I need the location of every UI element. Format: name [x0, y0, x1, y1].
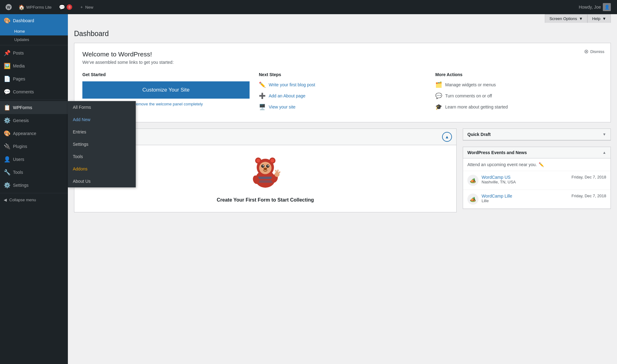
sidebar-label-appearance: Appearance [13, 131, 36, 136]
get-started-title: Get Started [82, 72, 250, 77]
wpforms-submenu: All Forms Add New Entries Settings Tools… [68, 101, 136, 187]
sidebar-item-plugins[interactable]: 🔌 Plugins [0, 140, 68, 153]
sidebar-item-genesis[interactable]: ⚙️ Genesis [0, 114, 68, 127]
sidebar-item-wpforms[interactable]: 📋 WPForms [0, 101, 68, 114]
sidebar-item-appearance[interactable]: 🎨 Appearance [0, 127, 68, 140]
svg-text:W: W [7, 5, 10, 10]
sidebar-label-media: Media [13, 63, 25, 68]
write-post-link[interactable]: Write your first blog post [269, 82, 315, 87]
event-location-1: Nashville, TN, USA [482, 180, 569, 184]
sidebar-item-users[interactable]: 👤 Users [0, 153, 68, 166]
welcome-title: Welcome to WordPress! [82, 51, 603, 58]
sidebar-item-comments[interactable]: 💬 Comments [0, 85, 68, 98]
genesis-icon: ⚙️ [4, 117, 10, 124]
event-name-2[interactable]: WordCamp Lille [482, 194, 569, 198]
submenu-item-entries[interactable]: Entries [68, 126, 136, 138]
new-label: New [85, 5, 93, 10]
svg-line-20 [278, 170, 278, 172]
add-page-icon: ➕ [259, 92, 266, 99]
new-icon: ＋ [80, 4, 84, 10]
page-title: Dashboard [74, 30, 611, 38]
adminbar-comments[interactable]: 💬 0 [56, 0, 75, 14]
sidebar-label-posts: Posts [13, 51, 24, 55]
screen-options-button[interactable]: Screen Options ▼ [545, 14, 587, 23]
customize-site-label: Customize Your Site [142, 87, 189, 93]
remove-welcome-link[interactable]: remove the welcome panel completely [135, 102, 203, 106]
site-name: WPForms Lite [26, 5, 52, 10]
collapse-menu[interactable]: ◀ Collapse menu [0, 194, 68, 205]
svg-line-21 [279, 172, 280, 173]
home-icon: 🏠 [19, 4, 25, 10]
event-info-2: WordCamp Lille Lille [482, 194, 569, 203]
sidebar-label-tools: Tools [13, 170, 23, 175]
media-icon: 🖼️ [4, 63, 10, 69]
plugins-icon: 🔌 [4, 143, 10, 150]
quick-draft-widget: Quick Draft ▼ [463, 129, 611, 141]
sidebar-label-pages: Pages [13, 76, 25, 81]
events-widget-header[interactable]: WordPress Events and News ▲ [463, 147, 611, 158]
sidebar-item-dashboard[interactable]: 🎨 Dashboard [0, 14, 68, 27]
next-steps-title: Next Steps [259, 72, 426, 77]
collapse-arrow-icon: ◀ [4, 198, 7, 202]
more-action-2: 💬 Turn comments on or off [435, 92, 603, 99]
help-button[interactable]: Help ▼ [587, 14, 611, 23]
add-about-link[interactable]: Add an About page [269, 93, 305, 98]
comments-badge: 0 [67, 4, 72, 10]
howdy-text: Howdy, Joe [579, 5, 601, 10]
sidebar-item-settings[interactable]: ⚙️ Settings [0, 179, 68, 192]
settings-icon: ⚙️ [4, 182, 10, 189]
sidebar-item-pages[interactable]: 📄 Pages [0, 72, 68, 85]
dashboard-col-right: Quick Draft ▼ WordPress Events and News … [463, 129, 611, 219]
view-site-link[interactable]: View your site [269, 104, 296, 109]
collapse-label: Collapse menu [9, 198, 36, 202]
more-action-3: 🎓 Learn more about getting started [435, 104, 603, 110]
sidebar-item-posts[interactable]: 📌 Posts [0, 47, 68, 59]
submenu-item-add-new[interactable]: Add New [68, 113, 136, 126]
admin-bar: W 🏠 WPForms Lite 💬 0 ＋ New Howdy, Joe 👤 [0, 0, 617, 14]
event-icon-1: 🏕️ [467, 175, 478, 186]
submenu-item-settings[interactable]: Settings [68, 138, 136, 150]
next-step-1: ✏️ Write your first blog post [259, 81, 426, 88]
sidebar-item-updates[interactable]: Updates [0, 35, 68, 44]
adminbar-site[interactable]: 🏠 WPForms Lite [15, 0, 55, 14]
event-date-1: Friday, Dec 7, 2018 [572, 175, 606, 179]
dismiss-label: Dismiss [590, 49, 605, 54]
sidebar-item-home[interactable]: Home [0, 27, 68, 35]
manage-widgets-text: Manage widgets or menus [445, 82, 496, 87]
submenu-item-all-forms[interactable]: All Forms [68, 101, 136, 113]
submenu-item-addons[interactable]: Addons [68, 163, 136, 175]
sidebar-item-media[interactable]: 🖼️ Media [0, 59, 68, 72]
wp-logo[interactable]: W [3, 2, 14, 13]
quick-draft-toggle[interactable]: ▼ [603, 132, 606, 137]
help-label: Help [592, 16, 600, 21]
event-name-1[interactable]: WordCamp US [482, 175, 569, 180]
appearance-icon: 🎨 [4, 130, 10, 137]
next-steps-col: Next Steps ✏️ Write your first blog post… [259, 72, 426, 115]
posts-icon: 📌 [4, 50, 10, 56]
customize-site-button[interactable]: Customize Your Site [82, 81, 250, 99]
submenu-item-about-us[interactable]: About Us [68, 175, 136, 187]
wpforms-create-text: Create Your First Form to Start Collecti… [79, 197, 451, 203]
dismiss-button[interactable]: ⊗ Dismiss [584, 48, 605, 55]
tools-icon: 🔧 [4, 169, 10, 176]
sidebar-item-tools[interactable]: 🔧 Tools [0, 166, 68, 179]
adminbar-user[interactable]: Howdy, Joe 👤 [576, 0, 614, 14]
events-intro-text: Attend an upcoming event near you. [467, 162, 537, 167]
screen-meta-buttons: Screen Options ▼ Help ▼ [545, 14, 611, 23]
sidebar-item-label: Dashboard [13, 18, 34, 23]
learn-more-icon: 🎓 [435, 104, 442, 110]
adminbar-new[interactable]: ＋ New [77, 0, 96, 14]
events-widget-toggle[interactable]: ▲ [603, 150, 606, 155]
events-widget-title: WordPress Events and News [467, 150, 527, 155]
next-step-3: 🖥️ View your site [259, 104, 426, 110]
comments-icon: 💬 [59, 4, 65, 10]
sidebar-label-users: Users [13, 157, 24, 162]
pages-icon: 📄 [4, 76, 10, 82]
submenu-item-tools[interactable]: Tools [68, 150, 136, 163]
learn-more-text: Learn more about getting started [445, 104, 508, 109]
view-site-icon: 🖥️ [259, 104, 266, 110]
wpforms-widget-toggle[interactable]: ▲ [442, 132, 452, 142]
events-pencil-icon[interactable]: ✏️ [539, 162, 544, 167]
quick-draft-header[interactable]: Quick Draft ▼ [463, 129, 611, 140]
users-icon: 👤 [4, 156, 10, 163]
